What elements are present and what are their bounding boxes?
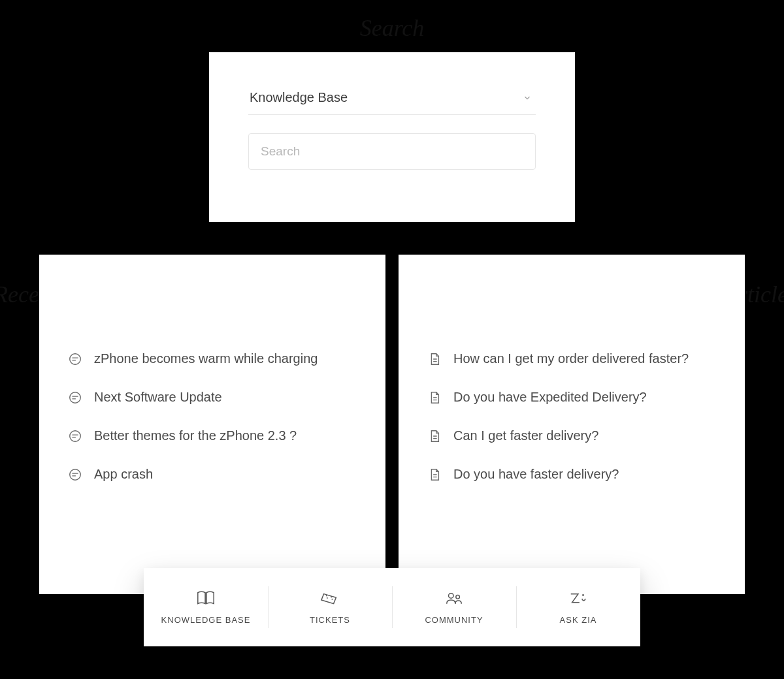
search-input[interactable] bbox=[248, 133, 536, 170]
nav-community[interactable]: COMMUNITY bbox=[392, 568, 516, 646]
book-icon bbox=[196, 590, 216, 607]
svg-point-2 bbox=[70, 430, 81, 441]
svg-point-3 bbox=[70, 469, 81, 480]
chat-icon bbox=[68, 352, 82, 366]
recent-topics-panel: zPhone becomes warm while charging Next … bbox=[39, 255, 385, 594]
list-item[interactable]: App crash bbox=[68, 455, 357, 494]
nav-knowledge-base[interactable]: KNOWLEDGE BASE bbox=[144, 568, 268, 646]
svg-point-0 bbox=[70, 353, 81, 364]
nav-tickets[interactable]: TICKETS bbox=[268, 568, 392, 646]
nav-label: TICKETS bbox=[310, 615, 350, 625]
zia-icon bbox=[568, 590, 588, 607]
section-label-search: Search bbox=[360, 14, 425, 42]
topic-title: Next Software Update bbox=[94, 390, 222, 405]
article-title: Do you have faster delivery? bbox=[453, 467, 619, 482]
document-icon bbox=[427, 429, 442, 443]
chevron-down-icon bbox=[523, 93, 532, 103]
ticket-icon bbox=[320, 590, 340, 607]
article-title: How can I get my order delivered faster? bbox=[453, 351, 689, 366]
bottom-nav: KNOWLEDGE BASE TICKETS COMMUNITY ASK ZIA bbox=[144, 568, 640, 646]
dropdown-label: Knowledge Base bbox=[250, 90, 348, 105]
nav-label: COMMUNITY bbox=[425, 615, 483, 625]
svg-point-5 bbox=[449, 593, 454, 598]
list-item[interactable]: How can I get my order delivered faster? bbox=[427, 340, 716, 378]
category-dropdown[interactable]: Knowledge Base bbox=[248, 84, 536, 115]
document-icon bbox=[427, 390, 442, 405]
recent-articles-panel: How can I get my order delivered faster?… bbox=[399, 255, 745, 594]
svg-point-7 bbox=[582, 594, 584, 596]
search-card: Knowledge Base bbox=[209, 52, 575, 222]
article-title: Can I get faster delivery? bbox=[453, 428, 598, 443]
nav-ask-zia[interactable]: ASK ZIA bbox=[516, 568, 640, 646]
chat-icon bbox=[68, 390, 82, 405]
chat-icon bbox=[68, 429, 82, 443]
nav-label: KNOWLEDGE BASE bbox=[161, 615, 251, 625]
svg-point-1 bbox=[70, 392, 81, 403]
chat-icon bbox=[68, 467, 82, 482]
people-icon bbox=[444, 590, 464, 607]
document-icon bbox=[427, 467, 442, 482]
nav-label: ASK ZIA bbox=[560, 615, 597, 625]
list-item[interactable]: Do you have Expedited Delivery? bbox=[427, 378, 716, 417]
topic-title: zPhone becomes warm while charging bbox=[94, 351, 318, 366]
topic-title: Better themes for the zPhone 2.3 ? bbox=[94, 428, 297, 443]
topic-title: App crash bbox=[94, 467, 153, 482]
list-item[interactable]: Better themes for the zPhone 2.3 ? bbox=[68, 417, 357, 455]
list-item[interactable]: Next Software Update bbox=[68, 378, 357, 417]
svg-point-6 bbox=[456, 595, 460, 599]
document-icon bbox=[427, 352, 442, 366]
list-item[interactable]: Do you have faster delivery? bbox=[427, 455, 716, 494]
list-item[interactable]: zPhone becomes warm while charging bbox=[68, 340, 357, 378]
article-title: Do you have Expedited Delivery? bbox=[453, 390, 647, 405]
list-item[interactable]: Can I get faster delivery? bbox=[427, 417, 716, 455]
